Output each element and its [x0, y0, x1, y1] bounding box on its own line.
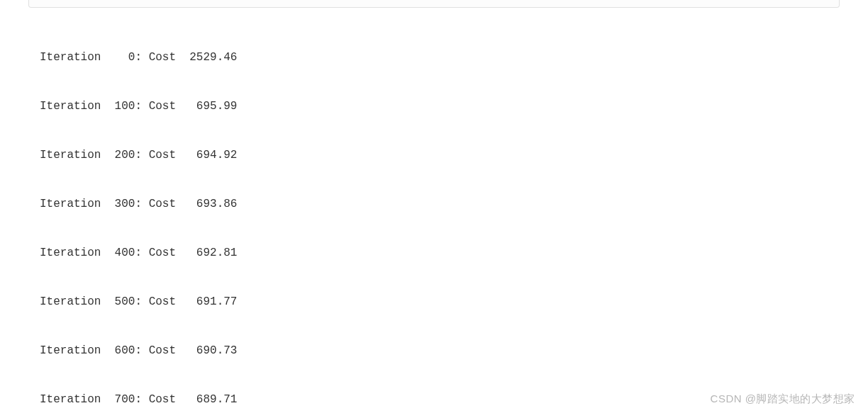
watermark-text: CSDN @脚踏实地的大梦想家 [711, 392, 855, 406]
iteration-line: Iteration 100: Cost 695.99 [40, 98, 828, 115]
cell-top-border [28, 0, 840, 8]
iteration-line: Iteration 500: Cost 691.77 [40, 294, 828, 310]
iteration-line: Iteration 200: Cost 694.92 [40, 147, 828, 164]
iteration-line: Iteration 400: Cost 692.81 [40, 245, 828, 261]
code-output-block: Iteration 0: Cost 2529.46 Iteration 100:… [40, 17, 828, 413]
page-content: Iteration 0: Cost 2529.46 Iteration 100:… [0, 0, 868, 413]
iteration-line: Iteration 600: Cost 690.73 [40, 343, 828, 359]
iteration-line: Iteration 300: Cost 693.86 [40, 196, 828, 213]
iteration-line: Iteration 0: Cost 2529.46 [40, 50, 828, 66]
